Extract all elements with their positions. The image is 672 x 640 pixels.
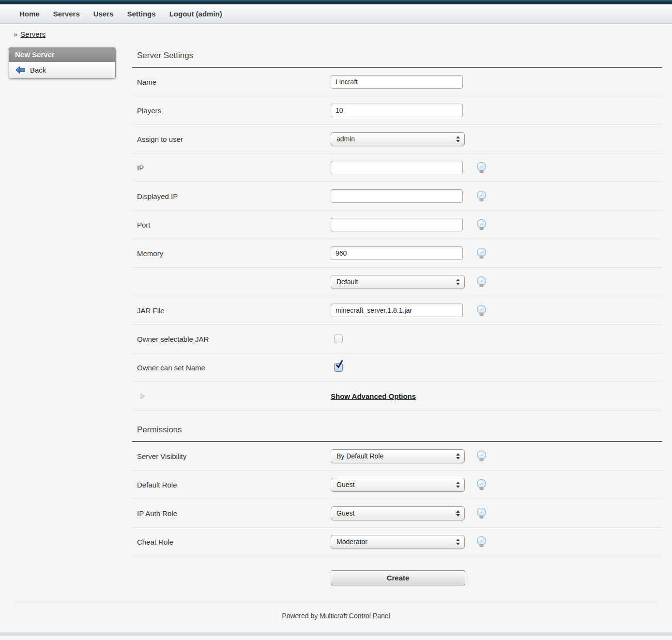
- disclosure-triangle-icon[interactable]: [140, 393, 145, 399]
- row-displayed-ip: Displayed IP: [132, 182, 662, 211]
- cheat-role-selected-value: Moderator: [336, 538, 367, 546]
- new-server-panel: New Server Back: [9, 47, 116, 79]
- row-port: Port: [132, 211, 662, 239]
- select-arrows-icon: [456, 279, 460, 285]
- help-bulb-icon[interactable]: [476, 536, 487, 548]
- footer: Powered by Multicraft Control Panel: [0, 602, 672, 632]
- row-memory: Memory: [132, 239, 662, 268]
- row-jar-file: JAR File: [132, 296, 662, 325]
- owner-selectable-jar-checkbox[interactable]: [334, 335, 343, 343]
- window-bottom-strip: [0, 632, 672, 636]
- select-arrows-icon: [456, 453, 460, 459]
- show-advanced-options-link[interactable]: Show Advanced Options: [331, 392, 416, 400]
- select-arrows-icon: [456, 482, 460, 488]
- nav-item-home[interactable]: Home: [13, 10, 46, 18]
- row-memory-preset: Default: [132, 268, 662, 296]
- help-bulb-icon[interactable]: [476, 162, 487, 173]
- help-bulb-icon[interactable]: [476, 305, 487, 316]
- main-content: Server Settings Name Players Assign to u…: [132, 43, 662, 599]
- assign-to-user-selected-value: admin: [336, 135, 355, 143]
- permissions-heading: Permissions: [132, 411, 662, 441]
- players-input[interactable]: [331, 104, 463, 117]
- jar-file-label: JAR File: [132, 306, 331, 315]
- breadcrumb: »Servers: [0, 24, 672, 43]
- nav-item-logout[interactable]: Logout (admin): [163, 10, 229, 18]
- powered-by-text: Powered by: [282, 612, 318, 620]
- back-arrow-icon[interactable]: [15, 66, 26, 74]
- help-bulb-icon[interactable]: [476, 219, 487, 230]
- nav-item-users[interactable]: Users: [87, 10, 121, 18]
- help-bulb-icon[interactable]: [476, 507, 487, 519]
- name-input[interactable]: [331, 75, 463, 89]
- displayed-ip-label: Displayed IP: [132, 192, 331, 200]
- ip-input[interactable]: [331, 161, 463, 174]
- server-visibility-select[interactable]: By Default Role: [331, 449, 465, 463]
- owner-selectable-jar-label: Owner selectable JAR: [132, 335, 331, 343]
- port-input[interactable]: [331, 218, 463, 231]
- server-settings-heading: Server Settings: [132, 43, 662, 67]
- memory-label: Memory: [132, 249, 331, 258]
- breadcrumb-marker: »: [14, 30, 17, 38]
- row-ip: IP: [132, 153, 662, 182]
- memory-preset-selected-value: Default: [336, 278, 358, 286]
- ip-auth-role-label: IP Auth Role: [132, 509, 331, 518]
- select-arrows-icon: [456, 510, 460, 517]
- select-arrows-icon: [456, 136, 460, 142]
- row-cheat-role: Cheat Role Moderator: [132, 528, 662, 556]
- nav-item-settings[interactable]: Settings: [120, 10, 162, 18]
- row-players: Players: [132, 96, 662, 125]
- owner-can-set-name-checkbox[interactable]: [334, 363, 343, 372]
- server-visibility-label: Server Visibility: [132, 452, 331, 460]
- row-assign-to-user: Assign to user admin: [132, 125, 662, 153]
- row-advanced-options: Show Advanced Options: [132, 382, 662, 411]
- panel-title: New Server: [9, 47, 115, 62]
- help-bulb-icon[interactable]: [476, 276, 487, 288]
- help-bulb-icon[interactable]: [476, 450, 487, 462]
- back-row[interactable]: Back: [9, 62, 115, 78]
- players-label: Players: [132, 107, 331, 115]
- assign-to-user-select[interactable]: admin: [331, 132, 465, 146]
- row-server-visibility: Server Visibility By Default Role: [132, 442, 662, 471]
- port-label: Port: [132, 221, 331, 229]
- help-bulb-icon[interactable]: [476, 479, 487, 490]
- default-role-label: Default Role: [132, 481, 331, 489]
- main-nav: Home Servers Users Settings Logout (admi…: [0, 4, 672, 24]
- default-role-select[interactable]: Guest: [331, 478, 465, 492]
- cheat-role-select[interactable]: Moderator: [331, 535, 465, 549]
- owner-can-set-name-label: Owner can set Name: [132, 364, 331, 372]
- row-owner-selectable-jar: Owner selectable JAR: [132, 325, 662, 353]
- name-label: Name: [132, 78, 331, 86]
- row-ip-auth-role: IP Auth Role Guest: [132, 499, 662, 528]
- displayed-ip-input[interactable]: [331, 189, 463, 203]
- row-owner-can-set-name: Owner can set Name: [132, 353, 662, 382]
- help-bulb-icon[interactable]: [476, 190, 487, 202]
- breadcrumb-servers-link[interactable]: Servers: [20, 30, 46, 38]
- row-default-role: Default Role Guest: [132, 471, 662, 499]
- multicraft-link[interactable]: Multicraft Control Panel: [320, 612, 390, 620]
- row-create: Create: [132, 556, 662, 599]
- ip-label: IP: [132, 164, 331, 172]
- nav-item-servers[interactable]: Servers: [46, 10, 87, 18]
- default-role-selected-value: Guest: [336, 481, 354, 488]
- cheat-role-label: Cheat Role: [132, 538, 331, 546]
- ip-auth-role-select[interactable]: Guest: [331, 506, 465, 520]
- checkmark-icon: [336, 361, 343, 368]
- create-button[interactable]: Create: [331, 570, 465, 585]
- server-visibility-selected-value: By Default Role: [336, 452, 383, 460]
- ip-auth-role-selected-value: Guest: [336, 509, 354, 517]
- jar-file-input[interactable]: [331, 304, 463, 317]
- memory-preset-select[interactable]: Default: [331, 275, 465, 289]
- help-bulb-icon[interactable]: [476, 247, 487, 259]
- back-link[interactable]: Back: [30, 66, 46, 74]
- window-top-strip: [0, 0, 672, 4]
- memory-input[interactable]: [331, 246, 463, 260]
- row-name: Name: [132, 68, 662, 96]
- assign-to-user-label: Assign to user: [132, 135, 331, 143]
- select-arrows-icon: [456, 539, 460, 545]
